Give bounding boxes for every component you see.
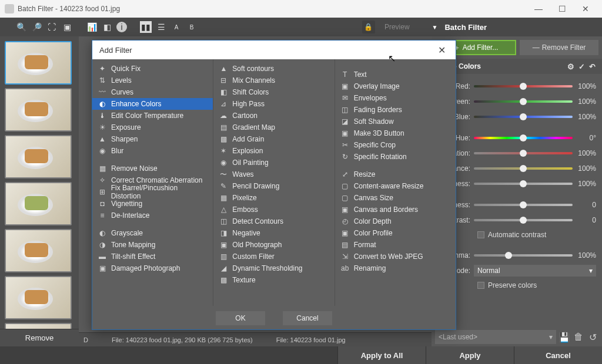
filter-item[interactable]: TText <box>335 69 456 80</box>
filter-item[interactable]: ◪Soft Shadow <box>335 116 456 127</box>
green-slider[interactable] <box>474 100 573 103</box>
filter-item[interactable]: ⊿High Pass <box>213 98 334 110</box>
thumbnail[interactable] <box>5 88 72 132</box>
filter-item[interactable]: ▲Sharpen <box>92 133 213 145</box>
undo-icon[interactable]: ↶ <box>587 62 597 71</box>
apply-button[interactable]: Apply <box>426 346 514 364</box>
zoom-out-icon[interactable]: 🔎 <box>31 21 42 33</box>
dialog-cancel-button[interactable]: Cancel <box>283 311 332 325</box>
save-preset-icon[interactable]: 💾 <box>558 332 570 343</box>
histogram-icon[interactable]: 📊 <box>86 21 98 33</box>
thumbnail[interactable] <box>5 135 72 178</box>
filter-item[interactable]: ◐Enhance Colors <box>92 98 213 110</box>
lightness-slider[interactable] <box>474 183 573 185</box>
preview-button[interactable]: Preview <box>379 21 416 33</box>
preserve-colors-checkbox[interactable] <box>477 282 484 289</box>
minimize-button[interactable]: ― <box>527 0 550 18</box>
filter-item[interactable]: ◨Negative <box>213 227 334 239</box>
contrast-slider[interactable] <box>474 219 573 221</box>
delete-preset-icon[interactable]: 🗑 <box>573 332 584 342</box>
lock-icon[interactable]: 🔒 <box>362 21 375 33</box>
filter-item[interactable]: ▬Tilt-shift Effect <box>92 251 213 262</box>
filter-item[interactable]: ◴Color Depth <box>335 215 456 227</box>
blue-slider[interactable] <box>474 116 573 118</box>
thumbnail[interactable] <box>5 182 72 225</box>
dialog-close-button[interactable]: ✕ <box>434 45 449 56</box>
remove-button[interactable]: Remove <box>0 329 79 346</box>
gear-icon[interactable]: ⚙ <box>566 62 576 71</box>
filter-item[interactable]: ▩Add Grain <box>213 133 334 145</box>
filter-item[interactable]: ▣Damaged Photograph <box>92 262 213 274</box>
filter-item[interactable]: ⇅Levels <box>92 75 213 86</box>
filter-item[interactable]: ▣Canvas and Borders <box>335 204 456 215</box>
info-icon[interactable]: i <box>116 22 127 32</box>
filter-item[interactable]: ◫Detect Contours <box>213 215 334 227</box>
dialog-ok-button[interactable]: OK <box>216 311 265 325</box>
filter-item[interactable]: ▣Color Profile <box>335 227 456 239</box>
filter-item[interactable]: ⤢Resize <box>335 168 456 180</box>
saturation-slider[interactable] <box>474 152 573 154</box>
filter-item[interactable]: ◉Oil Painting <box>213 157 334 168</box>
filter-item[interactable]: ☀Exposure <box>92 122 213 133</box>
panel-collapse-icon[interactable]: ▼ <box>432 24 438 31</box>
cancel-button[interactable]: Cancel <box>514 346 602 364</box>
filter-item[interactable]: ✶Explosion <box>213 145 334 157</box>
thumbnail[interactable] <box>5 323 72 329</box>
filter-item[interactable]: ⊟Mix Channels <box>213 75 334 86</box>
gamma-slider[interactable] <box>474 254 573 257</box>
check-icon[interactable]: ✓ <box>576 62 587 71</box>
filter-item[interactable]: ◐Grayscale <box>92 227 213 239</box>
clipping-icon[interactable]: ◧ <box>101 21 113 33</box>
auto-contrast-row[interactable]: Automatic contrast <box>437 228 596 242</box>
auto-contrast-checkbox[interactable] <box>477 231 484 238</box>
filter-item[interactable]: ▣Make 3D Button <box>335 127 456 139</box>
zoom-in-icon[interactable]: 🔍 <box>15 21 27 33</box>
filter-item[interactable]: abRenaming <box>335 262 456 274</box>
filter-item[interactable]: ↻Specific Rotation <box>335 151 456 163</box>
filter-item[interactable]: 〰Curves <box>92 86 213 98</box>
filter-item[interactable]: ◫Fading Borders <box>335 104 456 116</box>
filter-item[interactable]: ✎Pencil Drawing <box>213 180 334 192</box>
filter-item[interactable]: ✦Quick Fix <box>92 63 213 75</box>
hue-slider[interactable] <box>474 137 573 139</box>
reset-icon[interactable]: ↺ <box>587 332 598 343</box>
after-b-icon[interactable]: B <box>186 21 198 33</box>
filter-item[interactable]: ⊞Fix Barrel/Pincushion Distortion <box>92 186 213 198</box>
filter-item[interactable]: ▢Content-aware Resize <box>335 180 456 192</box>
filter-item[interactable]: ✂Specific Crop <box>335 139 456 151</box>
filter-item[interactable]: ☁Cartoon <box>213 110 334 122</box>
filter-item[interactable]: ▣Overlay Image <box>335 80 456 92</box>
filter-item[interactable]: ◧Shift Colors <box>213 86 334 98</box>
filter-item[interactable]: ▤Gradient Map <box>213 122 334 133</box>
filter-item[interactable]: ◢Dynamic Thresholding <box>213 262 334 274</box>
split-horizontal-icon[interactable]: ☰ <box>155 21 167 33</box>
filter-item[interactable]: ◉Blur <box>92 145 213 157</box>
filter-item[interactable]: △Emboss <box>213 204 334 215</box>
filter-item[interactable]: ▲Soft contours <box>213 63 334 75</box>
filter-item[interactable]: ▦Remove Noise <box>92 163 213 174</box>
red-slider[interactable] <box>474 85 573 87</box>
filter-item[interactable]: ▤Format <box>335 239 456 251</box>
brightness-slider[interactable] <box>474 204 573 206</box>
before-a-icon[interactable]: A <box>170 21 182 33</box>
thumbnail[interactable] <box>5 41 72 85</box>
split-vertical-icon[interactable]: ▮▮ <box>140 21 152 33</box>
filter-item[interactable]: ▢Canvas Size <box>335 192 456 204</box>
filter-item[interactable]: ▩Texture <box>213 274 334 286</box>
filter-item[interactable]: 🌡Edit Color Temperature <box>92 110 213 122</box>
filter-item[interactable]: ▣Old Photograph <box>213 239 334 251</box>
last-used-dropdown[interactable]: <Last used>▾ <box>435 330 556 344</box>
filter-item[interactable]: ◑Tone Mapping <box>92 239 213 251</box>
filter-header[interactable]: nance Colors ⚙ ✓ ↶ <box>432 59 602 74</box>
close-button[interactable]: ✕ <box>574 0 597 18</box>
actual-size-icon[interactable]: ▣ <box>61 21 73 33</box>
thumbnail[interactable] <box>5 276 72 319</box>
filter-item[interactable]: ✉Envelopes <box>335 92 456 104</box>
filter-item[interactable]: 〜Waves <box>213 168 334 180</box>
apply-all-button[interactable]: Apply to All <box>337 346 426 364</box>
mode-dropdown[interactable]: Normal▾ <box>474 265 596 277</box>
remove-filter-button[interactable]: ―Remove Filter <box>520 40 598 55</box>
filter-item[interactable]: ▥Custom Filter <box>213 251 334 262</box>
vibrance-slider[interactable] <box>474 167 573 170</box>
fit-icon[interactable]: ⛶ <box>46 21 58 33</box>
